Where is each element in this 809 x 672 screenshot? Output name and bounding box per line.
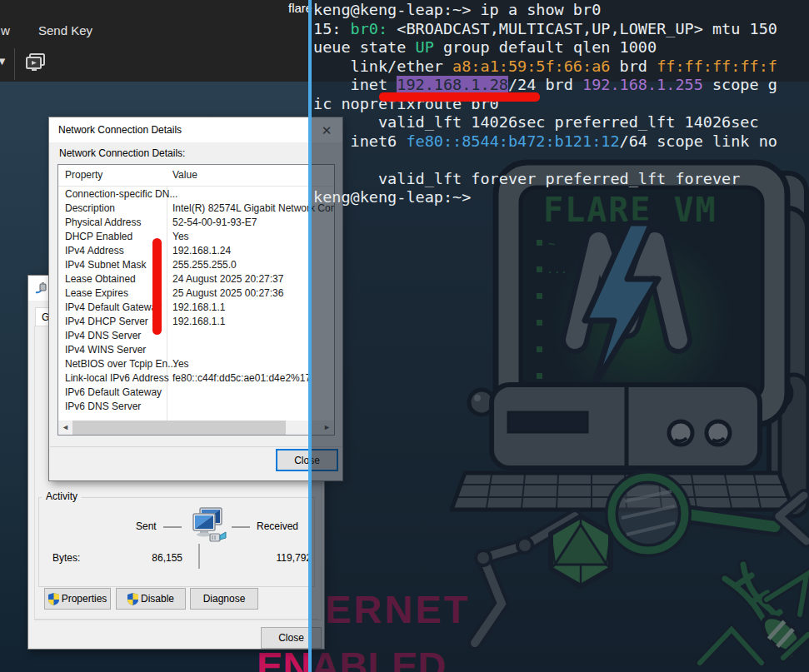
diagnose-button[interactable]: Diagnose: [190, 588, 258, 610]
properties-button[interactable]: Properties: [44, 588, 111, 610]
diagnose-button-label: Diagnose: [203, 593, 246, 605]
console-display-icon[interactable]: [25, 52, 47, 73]
status-close-button-label: Close: [278, 632, 304, 644]
menu-send-key[interactable]: Send Key: [38, 23, 92, 37]
row-property: IPv6 DNS Server: [65, 401, 141, 412]
activity-groupbox: [38, 497, 315, 587]
screen: FLARE VM ~ ...: [0, 0, 809, 672]
terminal-output: keng@keng-leap:~> ip a show br015: br0: …: [313, 1, 777, 207]
table-row[interactable]: IPv4 Subnet Mask255.255.255.0: [58, 258, 334, 272]
row-property: NetBIOS over Tcpip En...: [65, 358, 176, 370]
table-row[interactable]: IPv4 DHCP Server192.168.1.1: [58, 315, 334, 329]
row-property: IPv6 Default Gateway: [65, 386, 162, 398]
ethernet-adapter-icon: [34, 281, 47, 295]
details-list-label: Network Connection Details:: [59, 147, 185, 159]
table-row[interactable]: Lease Obtained24 August 2025 20:27:37: [58, 272, 334, 286]
row-property: IPv4 Address: [65, 245, 124, 256]
table-row[interactable]: Physical Address52-54-00-91-93-E7: [58, 216, 334, 230]
row-value: Yes: [172, 358, 189, 370]
row-value: 52-54-00-91-93-E7: [172, 217, 257, 228]
table-row[interactable]: IPv4 WINS Server: [58, 343, 334, 357]
details-dialog-title: Network Connection Details: [58, 124, 182, 136]
disable-button[interactable]: Disable: [116, 588, 186, 610]
row-property: IPv4 Default Gateway: [65, 301, 162, 313]
details-table-body: Connection-specific DN...DescriptionInte…: [58, 187, 334, 414]
table-row[interactable]: Connection-specific DN...: [58, 187, 334, 202]
chevron-down-icon[interactable]: ▼: [0, 55, 7, 67]
row-value: fe80::c44f:dd5c:ae01:d4e2%17: [172, 372, 311, 384]
table-row[interactable]: IPv6 Default Gateway: [58, 386, 334, 400]
details-dialog-titlebar: Network Connection Details ✕: [49, 117, 342, 142]
disable-button-label: Disable: [141, 593, 174, 605]
terminal-line: inet6 fe80::8544:b472:b121:12/64 scope l…: [313, 132, 777, 152]
row-property: DHCP Enabled: [65, 231, 132, 242]
table-row[interactable]: IPv4 Default Gateway192.168.1.1: [58, 301, 334, 315]
row-property: Connection-specific DN...: [65, 188, 177, 200]
received-dash: [232, 526, 250, 528]
row-value: 255.255.255.0: [172, 259, 237, 271]
terminal-line: keng@keng-leap:~> ip a show br0: [313, 1, 777, 20]
terminal-line: valid_lft forever preferred_lft forever: [313, 170, 777, 189]
terminal-line: ueue state UP group default qlen 1000: [313, 38, 777, 57]
row-property: IPv4 WINS Server: [65, 344, 146, 356]
network-connection-details-dialog: Network Connection Details ✕ Network Con…: [48, 117, 343, 481]
column-header-property[interactable]: Property: [65, 169, 102, 181]
uac-shield-icon: [48, 593, 59, 605]
row-value: 192.168.1.1: [172, 301, 225, 313]
table-row[interactable]: Lease Expires25 August 2025 00:27:36: [58, 286, 334, 301]
dialog-separator: [35, 619, 318, 620]
sent-label: Sent: [136, 520, 157, 532]
dialog-separator: [50, 446, 342, 447]
properties-button-label: Properties: [62, 593, 107, 605]
row-property: Lease Obtained: [65, 273, 136, 285]
received-label: Received: [257, 520, 298, 532]
row-value: 25 August 2025 00:27:36: [172, 287, 283, 299]
row-value: 192.168.1.24: [172, 245, 231, 256]
network-computers-icon: [188, 506, 228, 545]
listview-header: Property Value: [58, 165, 334, 187]
horizontal-scrollbar[interactable]: ◄ ►: [58, 421, 334, 435]
table-row[interactable]: IPv6 DNS Server: [58, 400, 334, 414]
menu-view-fragment[interactable]: w: [1, 23, 10, 37]
row-property: IPv4 DHCP Server: [65, 316, 148, 327]
sent-dash: [163, 526, 182, 528]
terminal-line: [313, 151, 777, 170]
terminal-line: keng@keng-leap:~>: [313, 188, 777, 207]
row-property: Link-local IPv6 Address: [65, 372, 169, 384]
table-row[interactable]: Link-local IPv6 Addressfe80::c44f:dd5c:a…: [58, 371, 334, 386]
row-property: Physical Address: [65, 217, 141, 228]
table-row[interactable]: DHCP EnabledYes: [58, 230, 334, 244]
bytes-divider: [198, 544, 200, 569]
terminal-line: 15: br0: <BROADCAST,MULTICAST,UP,LOWER_U…: [313, 20, 777, 39]
terminal-line: valid_lft 14026sec preferred_lft 14026se…: [313, 113, 777, 132]
bytes-label: Bytes:: [52, 552, 80, 564]
row-value: 24 August 2025 20:27:37: [172, 273, 283, 285]
table-row[interactable]: IPv4 Address192.168.1.24: [58, 244, 334, 258]
row-value: 192.168.1.1: [172, 316, 225, 327]
table-row[interactable]: DescriptionIntel(R) 82574L Gigabit Netwo…: [58, 202, 334, 216]
row-property: IPv4 DNS Server: [65, 330, 141, 341]
activity-label: Activity: [42, 490, 82, 502]
uac-shield-icon: [127, 593, 138, 605]
toolbar-separator: [14, 48, 15, 80]
row-value: Yes: [172, 231, 189, 242]
red-vertical-line-annotation: [152, 238, 162, 335]
column-header-value[interactable]: Value: [172, 169, 197, 181]
bytes-sent-value: 86,155: [120, 552, 182, 564]
scrollbar-thumb[interactable]: [72, 421, 286, 435]
row-property: IPv4 Subnet Mask: [65, 259, 146, 271]
table-row[interactable]: IPv4 DNS Server: [58, 329, 334, 343]
scroll-left-arrow-icon[interactable]: ◄: [58, 421, 72, 435]
terminal-line: link/ether a8:a1:59:5f:66:a6 brd ff:ff:f…: [313, 57, 777, 77]
table-row[interactable]: NetBIOS over Tcpip En...Yes: [58, 357, 334, 371]
details-listview: Property Value Connection-specific DN...…: [57, 164, 335, 436]
red-underline-annotation: [379, 92, 540, 102]
bytes-received-value: 119,792: [241, 552, 312, 564]
row-property: Description: [65, 202, 115, 214]
row-property: Lease Expires: [65, 287, 128, 299]
